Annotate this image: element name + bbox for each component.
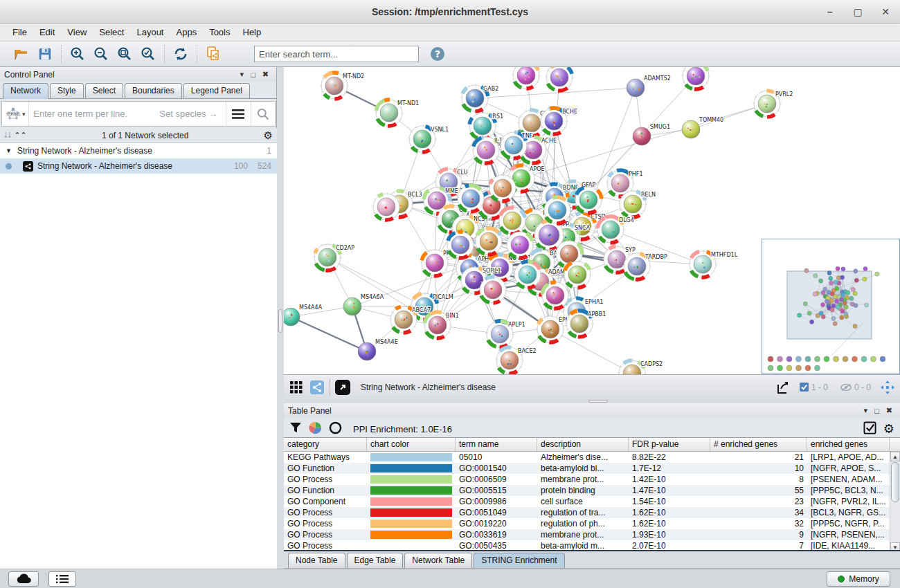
column-header-term-name[interactable]: term name [456,438,537,451]
scroll-thumb[interactable] [891,462,899,502]
menu-edit[interactable]: Edit [34,25,60,39]
column-header-fdr-p-value[interactable]: FDR p-value [629,438,710,451]
network-node[interactable] [507,232,533,258]
column-header-chart-color[interactable]: chart color [367,438,456,451]
network-node[interactable]: APBB1 [566,311,606,337]
menu-view[interactable]: View [62,25,92,39]
network-node[interactable] [480,277,506,303]
zoom-fit-icon[interactable] [116,45,134,63]
tab-string-enrichment[interactable]: STRING Enrichment [474,553,564,568]
string-view-icon[interactable] [309,379,325,396]
ring-chart-icon[interactable] [329,421,342,437]
menu-help[interactable]: Help [237,25,267,39]
tab-network-table[interactable]: Network Table [404,553,472,568]
network-node[interactable]: DLG4 [597,217,634,243]
search-input[interactable] [254,46,419,62]
panel-menu-icon[interactable]: ▾ [861,406,872,415]
panel-close-icon[interactable]: ✖ [259,70,272,79]
birds-eye-view[interactable] [762,239,900,374]
export-network-icon[interactable] [775,379,791,396]
column-header-description[interactable]: description [537,438,629,451]
tab-legend-panel[interactable]: Legend Panel [183,83,250,98]
tab-boundaries[interactable]: Boundaries [125,83,182,98]
panel-menu-icon[interactable]: ▾ [237,70,248,79]
set-species-label[interactable]: Set species → [159,109,226,119]
network-node[interactable]: MT-ND1 [376,100,419,126]
network-node[interactable] [447,232,474,258]
network-node[interactable]: TARDBP [624,253,667,279]
open-in-browser-icon[interactable] [334,379,351,396]
network-node[interactable] [513,67,539,89]
network-node[interactable]: SMUG1 [633,124,670,145]
memory-button[interactable]: Memory [827,571,890,587]
menu-file[interactable]: File [7,25,33,39]
close-button[interactable]: ✕ [876,4,894,19]
navigator-icon[interactable] [879,379,896,396]
enrichment-row[interactable]: KEGG Pathways05010Alzheimer's dise...8.8… [284,452,900,463]
network-clipboard-icon[interactable] [204,45,222,63]
scroll-up-icon[interactable]: ▲ [890,452,900,461]
network-node[interactable] [546,67,573,91]
network-node[interactable]: BIN1 [424,312,459,338]
network-node[interactable] [373,194,399,220]
save-session-icon[interactable] [36,45,54,63]
network-node[interactable] [458,185,484,212]
network-node[interactable]: APLP1 [487,321,525,347]
menu-layout[interactable]: Layout [131,25,169,39]
vertical-splitter[interactable] [277,67,284,569]
tab-select[interactable]: Select [85,83,123,98]
panel-float-icon[interactable]: □ [871,407,883,415]
select-columns-icon[interactable] [863,421,876,437]
refresh-icon[interactable] [172,45,190,63]
tab-style[interactable]: Style [50,83,84,98]
network-node[interactable]: MTHFD1L [690,251,738,277]
task-history-button[interactable] [48,571,76,587]
enrichment-row[interactable]: GO ProcessGO:0050435beta-amyloid m...2.0… [284,540,900,551]
maximize-button[interactable]: ▢ [849,4,867,19]
network-node[interactable]: RELN [620,191,656,217]
panel-float-icon[interactable]: □ [247,71,259,79]
collapse-all-icon[interactable]: ⭣⭣ [4,131,11,140]
string-logo-icon[interactable]: STRING ▾ [2,102,29,126]
open-file-icon[interactable] [12,45,30,63]
menu-tools[interactable]: Tools [204,25,235,39]
panel-close-icon[interactable]: ✖ [883,406,896,415]
menu-select[interactable]: Select [93,25,129,39]
enrichment-row[interactable]: GO ProcessGO:0051049regulation of tra...… [284,507,900,518]
network-collection-row[interactable]: ▼ String Network - Alzheimer's disease 1 [0,143,277,158]
grid-view-icon[interactable] [288,379,305,396]
network-row[interactable]: String Network - Alzheimer's disease 100… [0,158,277,174]
network-node[interactable]: BACE2 [496,347,537,374]
network-node[interactable]: VSNL1 [409,126,449,152]
network-node[interactable] [575,187,602,213]
network-node[interactable] [544,197,570,223]
string-options-icon[interactable] [226,102,250,126]
tab-network[interactable]: Network [3,83,48,99]
network-node[interactable] [489,175,516,201]
network-node[interactable] [476,228,502,255]
help-icon[interactable]: ? [429,45,447,63]
network-node[interactable] [564,261,591,288]
network-node[interactable]: IRS1 [469,113,503,139]
collapse-triangle-icon[interactable]: ▼ [6,147,12,154]
zoom-out-icon[interactable] [92,45,110,63]
zoom-in-icon[interactable] [69,45,87,63]
network-node[interactable]: BCHE [541,108,577,134]
network-node[interactable]: MT-ND2 [321,73,364,99]
table-scrollbar[interactable]: ▲ ▼ [890,452,900,551]
column-header-category[interactable]: category [284,438,367,451]
network-node[interactable]: PVRL2 [754,91,793,117]
pie-chart-icon[interactable] [309,421,322,437]
network-node[interactable] [683,67,709,89]
enrichment-row[interactable]: GO FunctionGO:0005515protein binding1.47… [284,485,900,496]
tab-edge-table[interactable]: Edge Table [347,553,404,568]
filter-icon[interactable] [289,421,302,437]
menu-apps[interactable]: Apps [171,25,203,39]
enrichment-row[interactable]: GO ProcessGO:0006509membrane prot...1.42… [284,474,900,485]
expand-all-icon[interactable]: ⌃⌃ [14,131,26,140]
network-node[interactable]: ADAMTS2 [627,75,671,97]
network-node[interactable] [542,282,568,309]
network-node[interactable] [499,208,525,234]
settings-gear-icon[interactable]: ⚙ [883,421,894,437]
enrichment-row[interactable]: GO FunctionGO:0001540beta-amyloid bi...1… [284,463,900,474]
